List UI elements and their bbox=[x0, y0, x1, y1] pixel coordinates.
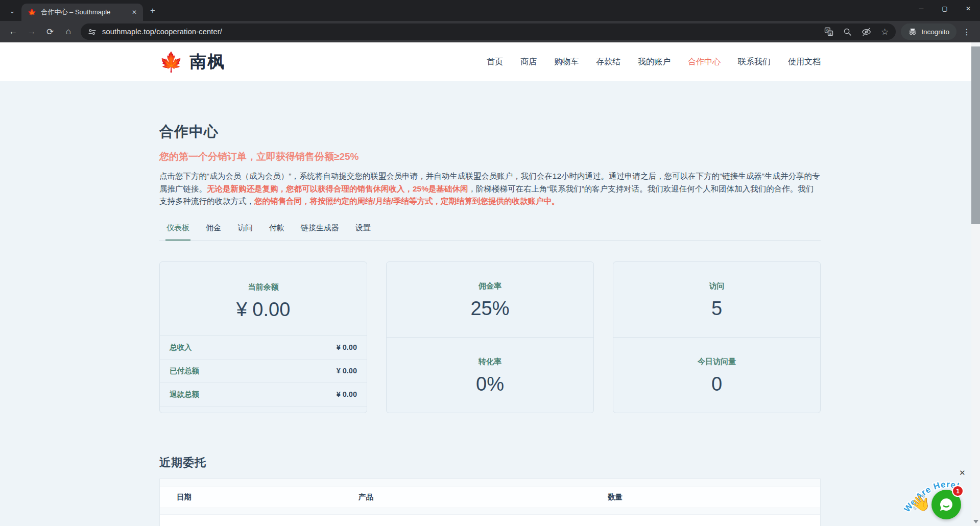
balance-row-total-income: 总收入 ¥ 0.00 bbox=[160, 336, 367, 360]
brand[interactable]: 🍁 南枫 bbox=[159, 51, 225, 74]
svg-text:a: a bbox=[829, 32, 831, 35]
minimize-icon[interactable]: ─ bbox=[910, 5, 933, 12]
tab-search-button[interactable]: ⌄ bbox=[5, 4, 19, 18]
today-visits-label: 今日访问量 bbox=[613, 357, 820, 367]
recent-orders-table: 日期 产品 数量 抱歉！未找到任何商品 bbox=[159, 479, 821, 526]
scrollbar-down-arrow-icon[interactable] bbox=[973, 520, 978, 523]
balance-row-total-refund: 退款总额 ¥ 0.00 bbox=[160, 383, 367, 407]
incognito-icon bbox=[908, 27, 917, 36]
nav-item-deposit[interactable]: 存款结 bbox=[596, 57, 620, 67]
browser-menu-icon[interactable]: ⋮ bbox=[963, 27, 971, 37]
incognito-label: Incognito bbox=[921, 28, 949, 36]
forward-icon[interactable]: → bbox=[24, 24, 39, 39]
chat-notification-badge: 1 bbox=[952, 485, 964, 497]
nav-item-home[interactable]: 首页 bbox=[487, 57, 503, 67]
row-value: ¥ 0.00 bbox=[337, 390, 357, 398]
scrollbar-thumb[interactable] bbox=[971, 46, 980, 224]
brand-logo-icon: 🍁 bbox=[159, 53, 183, 71]
intro-paragraph: 点击您下方的“成为会员（成为会员）”，系统将自动提交您的联盟会员申请，并自动生成… bbox=[159, 170, 821, 208]
column-quantity: 数量 bbox=[591, 492, 820, 502]
home-icon[interactable]: ⌂ bbox=[61, 24, 76, 39]
bookmark-star-icon[interactable]: ☆ bbox=[881, 27, 889, 37]
dashboard-tabs: 仪表板 佣金 访问 付款 链接生成器 设置 bbox=[159, 223, 821, 241]
nav-item-contact[interactable]: 联系我们 bbox=[738, 57, 771, 67]
balance-label: 当前余额 bbox=[160, 282, 367, 292]
tab-favicon-icon: 🍁 bbox=[28, 8, 36, 16]
balance-card: 当前余额 ¥ 0.00 总收入 ¥ 0.00 已付总额 ¥ 0.00 退款总额 … bbox=[159, 261, 367, 413]
tab-title: 合作中心 – Southmaple bbox=[41, 8, 129, 17]
tab-settings[interactable]: 设置 bbox=[354, 223, 372, 240]
reload-icon[interactable]: ⟳ bbox=[42, 24, 58, 39]
row-label: 退款总额 bbox=[170, 390, 199, 399]
search-icon[interactable] bbox=[843, 28, 852, 36]
nav-item-shop[interactable]: 商店 bbox=[520, 57, 537, 67]
stat-cards: 当前余额 ¥ 0.00 总收入 ¥ 0.00 已付总额 ¥ 0.00 退款总额 … bbox=[159, 261, 821, 413]
window-controls: ─ ▢ ✕ bbox=[910, 0, 980, 17]
site-info-icon[interactable] bbox=[88, 28, 97, 36]
nav-item-cooperation[interactable]: 合作中心 bbox=[688, 57, 721, 67]
nav-item-cart[interactable]: 购物车 bbox=[554, 57, 579, 67]
page-title: 合作中心 bbox=[159, 122, 821, 141]
balance-row-total-paid: 已付总额 ¥ 0.00 bbox=[160, 360, 367, 383]
new-tab-button[interactable]: + bbox=[150, 6, 155, 16]
url-text[interactable]: southmaple.top/cooperation-center/ bbox=[102, 28, 222, 36]
browser-toolbar: ← → ⟳ ⌂ southmaple.top/cooperation-cente… bbox=[0, 21, 980, 42]
empty-state-message: 抱歉！未找到任何商品 bbox=[160, 514, 820, 526]
column-product: 产品 bbox=[342, 492, 591, 502]
incognito-badge: Incognito bbox=[901, 23, 957, 40]
window-close-icon[interactable]: ✕ bbox=[957, 5, 980, 12]
maximize-icon[interactable]: ▢ bbox=[933, 5, 957, 12]
commission-card: 佣金率 25% 转化率 0% bbox=[386, 261, 594, 413]
row-label: 已付总额 bbox=[170, 366, 199, 376]
balance-value: ¥ 0.00 bbox=[160, 299, 367, 321]
browser-tab[interactable]: 🍁 合作中心 – Southmaple ✕ bbox=[21, 4, 143, 21]
eye-off-icon[interactable] bbox=[862, 27, 871, 37]
column-date: 日期 bbox=[160, 492, 342, 502]
waving-hand-icon: 👋 bbox=[909, 492, 933, 514]
table-header-row: 日期 产品 数量 bbox=[160, 487, 820, 508]
chat-bubble-icon bbox=[938, 496, 954, 513]
paragraph-segment-emphasis: 您的销售合同，将按照约定的周结/月结/季结等方式，定期结算到您提供的收款账户中。 bbox=[254, 197, 560, 205]
conversion-rate-label: 转化率 bbox=[387, 357, 593, 367]
recent-orders-title: 近期委托 bbox=[159, 455, 821, 470]
address-bar[interactable]: southmaple.top/cooperation-center/ G a ☆ bbox=[81, 23, 896, 40]
tab-dashboard[interactable]: 仪表板 bbox=[165, 223, 190, 241]
tab-visits[interactable]: 访问 bbox=[236, 223, 254, 240]
nav-item-docs[interactable]: 使用文档 bbox=[788, 57, 821, 67]
page-viewport: 🍁 南枫 首页 商店 购物车 存款结 我的账户 合作中心 联系我们 使用文档 合… bbox=[0, 42, 980, 526]
tab-commission[interactable]: 佣金 bbox=[205, 223, 222, 240]
page-scrollbar[interactable] bbox=[971, 42, 980, 526]
promo-subtitle: 您的第一个分销订单，立即获得销售份额≥25% bbox=[159, 150, 821, 163]
translate-icon[interactable]: G a bbox=[824, 27, 833, 36]
paragraph-segment-emphasis: 无论是新购还是复购，您都可以获得合理的销售休闲收入，25%是基础休闲 bbox=[207, 184, 468, 193]
row-value: ¥ 0.00 bbox=[337, 367, 357, 375]
tab-close-icon[interactable]: ✕ bbox=[130, 8, 139, 17]
brand-name: 南枫 bbox=[189, 51, 225, 74]
back-icon[interactable]: ← bbox=[6, 24, 21, 39]
today-visits-value: 0 bbox=[613, 373, 820, 395]
row-value: ¥ 0.00 bbox=[337, 343, 357, 351]
main-nav: 首页 商店 购物车 存款结 我的账户 合作中心 联系我们 使用文档 bbox=[487, 57, 821, 67]
visits-card: 访问 5 今日访问量 0 bbox=[613, 261, 821, 413]
site-header: 🍁 南枫 首页 商店 购物车 存款结 我的账户 合作中心 联系我们 使用文档 bbox=[0, 42, 980, 81]
nav-item-account[interactable]: 我的账户 bbox=[638, 57, 671, 67]
visits-label: 访问 bbox=[613, 281, 820, 291]
commission-rate-label: 佣金率 bbox=[387, 281, 593, 291]
browser-titlebar: ⌄ 🍁 合作中心 – Southmaple ✕ + ─ ▢ ✕ bbox=[0, 0, 980, 21]
visits-value: 5 bbox=[613, 298, 820, 320]
conversion-rate-value: 0% bbox=[387, 373, 593, 395]
tab-payment[interactable]: 付款 bbox=[268, 223, 285, 240]
tab-link-generator[interactable]: 链接生成器 bbox=[300, 223, 340, 240]
commission-rate-value: 25% bbox=[387, 298, 593, 320]
row-label: 总收入 bbox=[170, 343, 192, 352]
